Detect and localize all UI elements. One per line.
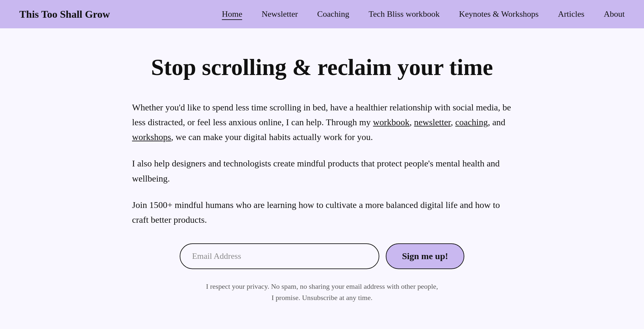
main-content: Stop scrolling & reclaim your time Wheth… bbox=[113, 28, 531, 323]
nav-item-keynotes[interactable]: Keynotes & Workshops bbox=[459, 9, 538, 19]
site-logo[interactable]: This Too Shall Grow bbox=[19, 8, 110, 20]
nav-item-newsletter[interactable]: Newsletter bbox=[261, 9, 298, 19]
nav-link-workbook[interactable]: Tech Bliss workbook bbox=[369, 9, 440, 19]
workshops-link[interactable]: workshops bbox=[132, 132, 171, 142]
paragraph-2: I also help designers and technologists … bbox=[132, 156, 512, 186]
sign-up-button[interactable]: Sign me up! bbox=[386, 243, 464, 269]
nav-item-articles[interactable]: Articles bbox=[558, 9, 584, 19]
workbook-link[interactable]: workbook bbox=[373, 117, 410, 127]
nav-link-newsletter[interactable]: Newsletter bbox=[261, 9, 298, 19]
nav-link-keynotes[interactable]: Keynotes & Workshops bbox=[459, 9, 538, 19]
nav-links: Home Newsletter Coaching Tech Bliss work… bbox=[222, 9, 625, 19]
nav-item-home[interactable]: Home bbox=[222, 9, 242, 19]
nav-item-workbook[interactable]: Tech Bliss workbook bbox=[369, 9, 440, 19]
nav-item-about[interactable]: About bbox=[604, 9, 625, 19]
nav-link-articles[interactable]: Articles bbox=[558, 9, 584, 19]
newsletter-link[interactable]: newsletter bbox=[414, 117, 451, 127]
email-form: Sign me up! bbox=[132, 243, 512, 269]
coaching-link[interactable]: coaching bbox=[455, 117, 488, 127]
privacy-text: I respect your privacy. No spam, no shar… bbox=[132, 281, 512, 303]
nav-item-coaching[interactable]: Coaching bbox=[317, 9, 349, 19]
nav-link-about[interactable]: About bbox=[604, 9, 625, 19]
paragraph-1: Whether you'd like to spend less time sc… bbox=[132, 100, 512, 145]
nav-link-home[interactable]: Home bbox=[222, 9, 242, 20]
email-input[interactable] bbox=[180, 243, 379, 269]
hero-title: Stop scrolling & reclaim your time bbox=[132, 54, 512, 81]
navigation: This Too Shall Grow Home Newsletter Coac… bbox=[0, 0, 644, 28]
paragraph-3: Join 1500+ mindful humans who are learni… bbox=[132, 198, 512, 227]
nav-link-coaching[interactable]: Coaching bbox=[317, 9, 349, 19]
